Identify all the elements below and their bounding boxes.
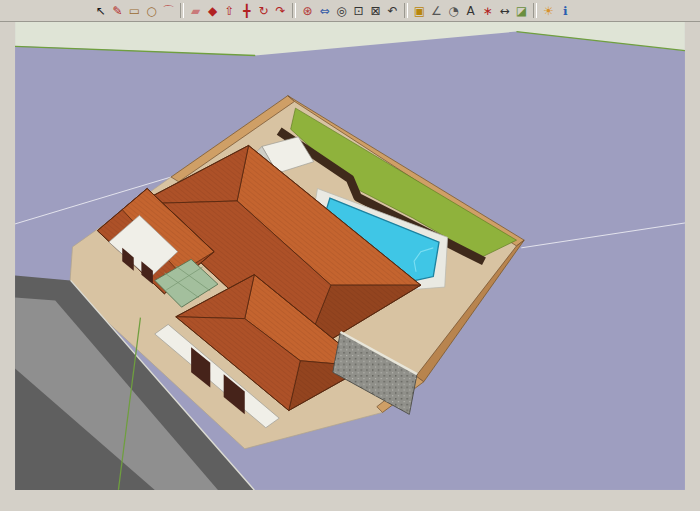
rotate-icon: ↻ [258, 5, 268, 17]
zoom-previous-icon: ↶ [387, 5, 397, 17]
tool-axes-button[interactable]: ∗ [479, 2, 496, 20]
push-pull-icon: ⇧ [224, 5, 234, 17]
model-info-icon: ℹ [563, 5, 568, 17]
axes-icon: ∗ [482, 5, 492, 17]
orbit-icon: ⊛ [302, 5, 312, 17]
tool-protractor-button[interactable]: ◔ [445, 2, 462, 20]
toolbar-separator [292, 3, 296, 18]
tool-arc-button[interactable]: ⌒ [160, 2, 177, 20]
circle-icon: ○ [146, 5, 156, 17]
3d-viewport[interactable] [0, 22, 700, 511]
select-icon: ↖ [95, 5, 105, 17]
toolbar: ↖✎▭○⌒▰◆⇧╋↻↷⊛⇔◎⊡⊠↶▣∠◔A∗↔◪☀ℹ [0, 0, 700, 22]
rectangle-icon: ▭ [129, 5, 140, 17]
dimension-icon: ↔ [499, 5, 509, 17]
tool-rotate-button[interactable]: ↻ [255, 2, 272, 20]
tool-pan-button[interactable]: ⇔ [316, 2, 333, 20]
text-icon: A [466, 5, 474, 17]
line-icon: ✎ [112, 5, 122, 17]
offset-icon: ↷ [275, 5, 285, 17]
zoom-icon: ◎ [336, 5, 346, 17]
arc-icon: ⌒ [163, 5, 175, 17]
paint-bucket-icon: ◆ [208, 5, 217, 17]
tool-offset-button[interactable]: ↷ [272, 2, 289, 20]
tool-zoom-extents-button[interactable]: ⊠ [367, 2, 384, 20]
shadows-icon: ☀ [543, 5, 554, 17]
make-component-icon: ▣ [414, 5, 425, 17]
pan-icon: ⇔ [319, 5, 329, 17]
toolbar-separator [180, 3, 184, 18]
tool-tape-measure-button[interactable]: ∠ [428, 2, 445, 20]
move-icon: ╋ [243, 5, 250, 17]
tool-zoom-previous-button[interactable]: ↶ [384, 2, 401, 20]
viewport-area [0, 22, 700, 511]
tool-zoom-button[interactable]: ◎ [333, 2, 350, 20]
tool-eraser-button[interactable]: ▰ [187, 2, 204, 20]
toolbar-tools: ↖✎▭○⌒▰◆⇧╋↻↷⊛⇔◎⊡⊠↶▣∠◔A∗↔◪☀ℹ [92, 2, 574, 20]
tool-circle-button[interactable]: ○ [143, 2, 160, 20]
tool-text-button[interactable]: A [462, 2, 479, 20]
tool-dimension-button[interactable]: ↔ [496, 2, 513, 20]
tool-paint-bucket-button[interactable]: ◆ [204, 2, 221, 20]
tool-move-button[interactable]: ╋ [238, 2, 255, 20]
sketchup-window: ↖✎▭○⌒▰◆⇧╋↻↷⊛⇔◎⊡⊠↶▣∠◔A∗↔◪☀ℹ [0, 0, 700, 511]
toolbar-separator [533, 3, 537, 18]
tool-push-pull-button[interactable]: ⇧ [221, 2, 238, 20]
tool-line-button[interactable]: ✎ [109, 2, 126, 20]
tool-select-button[interactable]: ↖ [92, 2, 109, 20]
section-plane-icon: ◪ [516, 5, 527, 17]
zoom-window-icon: ⊡ [353, 5, 363, 17]
tool-orbit-button[interactable]: ⊛ [299, 2, 316, 20]
zoom-extents-icon: ⊠ [370, 5, 380, 17]
tool-rectangle-button[interactable]: ▭ [126, 2, 143, 20]
protractor-icon: ◔ [448, 5, 458, 17]
tool-make-component-button[interactable]: ▣ [411, 2, 428, 20]
tool-model-info-button[interactable]: ℹ [557, 2, 574, 20]
toolbar-separator [404, 3, 408, 18]
tool-section-plane-button[interactable]: ◪ [513, 2, 530, 20]
tool-zoom-window-button[interactable]: ⊡ [350, 2, 367, 20]
tool-shadows-button[interactable]: ☀ [540, 2, 557, 20]
tape-measure-icon: ∠ [431, 5, 442, 17]
eraser-icon: ▰ [191, 5, 200, 17]
